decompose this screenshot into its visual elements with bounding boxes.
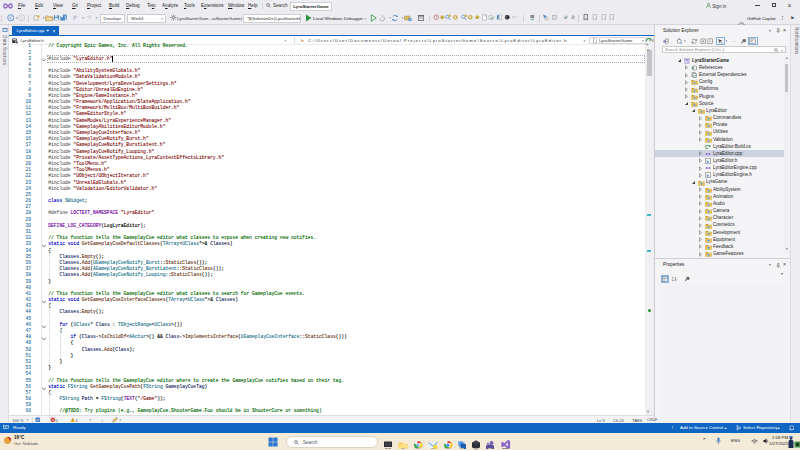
svg-text:C: C	[705, 144, 709, 149]
